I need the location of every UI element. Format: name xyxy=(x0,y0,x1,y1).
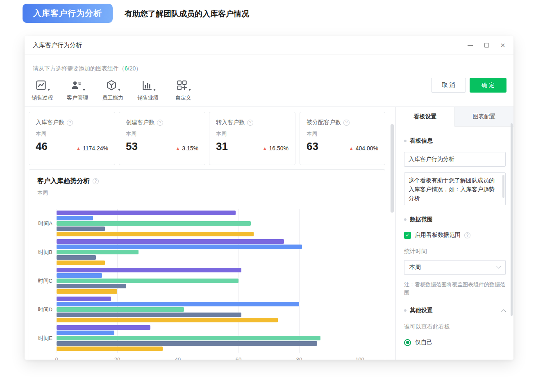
help-icon[interactable]: ? xyxy=(343,120,350,126)
x-axis-label: 100 xyxy=(355,356,364,360)
chevron-down-icon xyxy=(153,89,156,91)
toolbar-item-employee-ability[interactable]: 员工能力 xyxy=(98,79,127,102)
bar-series-yellow xyxy=(57,318,278,322)
bullet-dot-icon xyxy=(404,309,407,312)
stat-delta: ▲1174.24% xyxy=(76,145,108,152)
toolbar-item-label: 销售业绩 xyxy=(137,94,159,102)
stat-value: 53 xyxy=(126,140,138,153)
sidebar-tabs: 看板设置 图表配置 xyxy=(396,107,513,127)
customer-icon xyxy=(70,79,84,91)
stat-title: 入库客户数 xyxy=(36,119,64,126)
stat-period: 本周 xyxy=(216,130,288,138)
dashboard-config-dialog: 入库客户行为分析 ✕ 请从下方选择需要添加的图表组件（6/20） 取 消 确 定 xyxy=(25,36,513,360)
bar-group: 时间B xyxy=(57,239,384,265)
content-scrollbar-thumb[interactable] xyxy=(391,124,394,213)
toolbar-item-label: 自定义 xyxy=(175,94,191,102)
bar-series-slate xyxy=(57,227,105,231)
chevron-down-icon xyxy=(189,89,191,91)
bar-group: 时间C xyxy=(57,268,384,294)
toolbar-item-sales-performance[interactable]: 销售业绩 xyxy=(134,79,162,102)
section-other-settings: 其他设置 xyxy=(404,307,505,314)
bar-series-green xyxy=(57,221,251,226)
visibility-radio-label: 仅自己 xyxy=(415,339,432,346)
bar-series-purple xyxy=(57,239,284,244)
cancel-button[interactable]: 取 消 xyxy=(431,78,466,93)
stat-title: 被分配客户数 xyxy=(307,119,341,126)
stat-time-value: 本周 xyxy=(409,264,421,271)
window-controls: ✕ xyxy=(467,36,506,54)
stat-card-created: 创建客户数 ? 本周 53 ▲3.15% xyxy=(119,112,205,165)
dialog-titlebar: 入库客户行为分析 ✕ xyxy=(25,36,513,54)
toolbar-item-label: 员工能力 xyxy=(102,94,123,102)
badge-label: 入库客户行为分析 xyxy=(33,8,102,19)
chevron-down-icon xyxy=(83,89,85,91)
chevron-down-icon xyxy=(496,264,501,269)
radio-selected-icon[interactable] xyxy=(404,339,411,346)
trend-chart-icon xyxy=(35,79,49,91)
minimize-icon[interactable] xyxy=(467,42,473,49)
chart-period: 本周 xyxy=(37,189,48,197)
component-select-prompt: 请从下方选择需要添加的图表组件（6/20） xyxy=(33,65,141,73)
section-board-info: 看板信息 xyxy=(404,137,505,145)
dialog-main: 入库客户数 ? 本周 46 ▲1174.24% 创建客户数 ? 本周 53 ▲3… xyxy=(25,106,513,360)
bullet-dot-icon xyxy=(404,140,407,142)
toolbar-item-sales-process[interactable]: 销售过程 xyxy=(28,79,57,102)
bar-group: 时间E xyxy=(57,325,384,351)
stat-period: 本周 xyxy=(126,130,198,138)
sidebar-scrollbar-thumb[interactable] xyxy=(511,123,513,316)
up-triangle-icon: ▲ xyxy=(76,146,81,151)
board-settings-panel: 看板信息 这个看板有助于您了解团队成员的入库客户情况，如：入库客户趋势分析 数据… xyxy=(396,127,513,346)
board-name-input[interactable] xyxy=(404,152,506,167)
toolbar-item-label: 客户管理 xyxy=(67,94,88,102)
dialog-subheader: 请从下方选择需要添加的图表组件（6/20） 取 消 确 定 xyxy=(25,54,513,78)
x-axis-label: 80 xyxy=(296,356,302,360)
toolbar-item-custom[interactable]: 自定义 xyxy=(169,79,198,102)
x-axis-label: 20 xyxy=(114,356,120,360)
stat-card-transferred: 转入客户数 ? 本周 31 ▲16.50% xyxy=(209,112,295,165)
hexagon-ability-icon xyxy=(106,79,120,91)
help-icon[interactable]: ? xyxy=(464,232,470,238)
range-note: 注：看板数据范围将覆盖图表组件的数据范围 xyxy=(404,281,506,297)
bar-series-green xyxy=(57,336,320,340)
page: 入库客户行为分析 有助您了解团队成员的入库客户情况 入库客户行为分析 ✕ 请从下… xyxy=(0,0,536,392)
bar-series-slate xyxy=(57,313,241,317)
stat-value: 46 xyxy=(36,140,48,153)
toolbar-item-label: 销售过程 xyxy=(32,94,53,102)
bar-series-blue xyxy=(57,331,114,335)
tab-chart-config[interactable]: 图表配置 xyxy=(454,107,513,127)
bar-series-blue xyxy=(57,216,93,220)
board-desc-textarea[interactable]: 这个看板有助于您了解团队成员的入库客户情况，如：入库客户趋势分析 xyxy=(404,172,506,205)
close-icon[interactable]: ✕ xyxy=(500,42,506,49)
bar-series-purple xyxy=(57,268,241,272)
stat-delta: ▲3.15% xyxy=(175,145,198,152)
chevron-up-icon[interactable] xyxy=(501,309,506,314)
stat-time-select[interactable]: 本周 xyxy=(404,260,506,275)
x-axis-label: 0 xyxy=(55,356,58,360)
confirm-button[interactable]: 确 定 xyxy=(470,78,506,93)
bar-series-slate xyxy=(57,284,126,288)
bar-group: 时间A xyxy=(57,211,384,236)
bar-series-yellow xyxy=(57,261,105,265)
up-triangle-icon: ▲ xyxy=(349,146,354,151)
trend-chart-card: 客户入库趋势分析 ? 本周 020406080100时间A时间B时间C时间D时间… xyxy=(29,169,385,360)
tab-board-settings[interactable]: 看板设置 xyxy=(396,107,454,127)
bar-series-green xyxy=(57,250,139,254)
checkbox-checked-icon[interactable]: ✓ xyxy=(404,232,411,239)
toolbar-item-customer-mgmt[interactable]: 客户管理 xyxy=(63,79,92,102)
feature-badge: 入库客户行为分析 xyxy=(23,4,113,23)
maximize-icon[interactable] xyxy=(483,42,490,49)
help-icon[interactable]: ? xyxy=(93,178,99,184)
chevron-down-icon xyxy=(48,89,50,91)
help-icon[interactable]: ? xyxy=(157,120,163,126)
textarea-scrollbar-thumb[interactable] xyxy=(502,175,504,198)
bar-series-slate xyxy=(57,341,317,346)
bar-series-yellow xyxy=(57,232,254,236)
y-axis-label: 时间B xyxy=(31,249,52,256)
help-icon[interactable]: ? xyxy=(67,120,73,126)
custom-grid-plus-icon xyxy=(176,79,190,91)
settings-sidebar: 看板设置 图表配置 看板信息 这个看板有助于您了解团队成员的入库客户情况，如：入… xyxy=(395,107,513,360)
dialog-title: 入库客户行为分析 xyxy=(33,41,82,49)
stat-title: 创建客户数 xyxy=(126,119,154,126)
bar-group: 时间D xyxy=(57,297,384,322)
help-icon[interactable]: ? xyxy=(247,120,253,126)
